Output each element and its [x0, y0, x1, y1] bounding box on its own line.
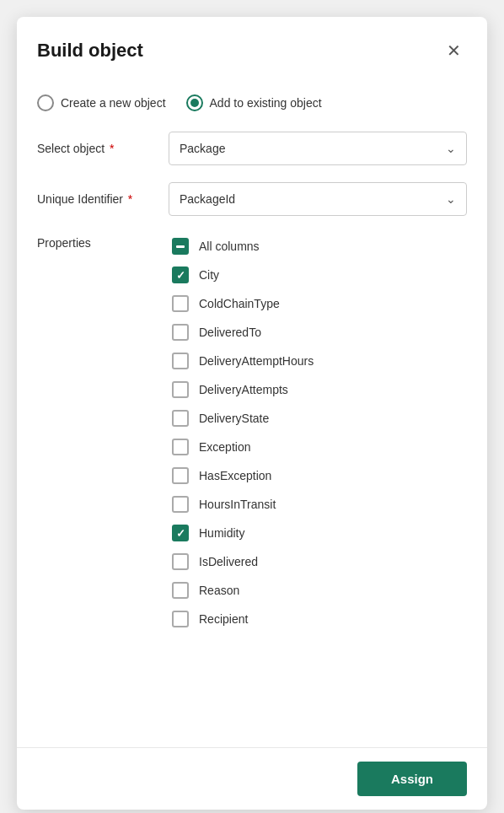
build-object-dialog: Build object ✕ Create a new object Add t… — [17, 17, 487, 810]
select-object-chevron-icon: ⌄ — [446, 142, 456, 155]
deliveryattempthours-checkbox[interactable] — [172, 353, 189, 369]
all-columns-item[interactable]: All columns — [169, 233, 467, 260]
hoursintransit-checkbox[interactable] — [172, 496, 189, 513]
list-item[interactable]: ColdChainType — [169, 290, 467, 317]
select-object-row: Select object * Package ⌄ — [37, 132, 467, 165]
exception-checkbox[interactable] — [172, 439, 189, 455]
list-item[interactable]: Humidity — [169, 520, 467, 546]
all-columns-checkbox[interactable] — [172, 238, 189, 255]
city-label: City — [199, 268, 219, 282]
select-object-required-star: * — [106, 142, 114, 155]
close-icon: ✕ — [447, 40, 461, 61]
humidity-label: Humidity — [199, 526, 244, 540]
deliveredto-checkbox[interactable] — [172, 324, 189, 341]
create-new-option[interactable]: Create a new object — [37, 94, 166, 111]
list-item[interactable]: Recipient — [169, 606, 467, 633]
recipient-label: Recipient — [199, 612, 248, 626]
recipient-checkbox[interactable] — [172, 611, 189, 627]
deliveryattempthours-label: DeliveryAttemptHours — [199, 354, 314, 368]
create-new-label: Create a new object — [61, 96, 166, 110]
isdelivered-label: IsDelivered — [199, 555, 258, 568]
dialog-body: Create a new object Add to existing obje… — [17, 78, 487, 747]
reason-label: Reason — [199, 584, 239, 597]
deliveredto-label: DeliveredTo — [199, 326, 261, 339]
coldchaintype-label: ColdChainType — [199, 297, 280, 310]
isdelivered-checkbox[interactable] — [172, 553, 189, 570]
list-item[interactable]: City — [169, 261, 467, 288]
select-object-dropdown[interactable]: Package ⌄ — [169, 132, 467, 165]
object-mode-radio-group: Create a new object Add to existing obje… — [37, 91, 467, 115]
properties-label: Properties — [37, 233, 155, 250]
select-object-label: Select object * — [37, 142, 155, 155]
list-item[interactable]: HoursInTransit — [169, 491, 467, 518]
unique-identifier-row: Unique Identifier * PackageId ⌄ — [37, 182, 467, 216]
city-checkbox[interactable] — [172, 267, 189, 283]
add-existing-option[interactable]: Add to existing object — [186, 94, 322, 111]
unique-identifier-required-star: * — [125, 192, 132, 206]
unique-identifier-dropdown[interactable]: PackageId ⌄ — [169, 182, 467, 216]
unique-identifier-label: Unique Identifier * — [37, 192, 155, 206]
assign-button[interactable]: Assign — [357, 762, 467, 796]
all-columns-label: All columns — [199, 240, 260, 253]
list-item[interactable]: HasException — [169, 462, 467, 489]
dialog-header: Build object ✕ — [17, 17, 487, 78]
list-item[interactable]: IsDelivered — [169, 548, 467, 575]
list-item[interactable]: DeliveryAttemptHours — [169, 347, 467, 374]
select-object-value: Package — [180, 142, 225, 155]
create-new-radio[interactable] — [37, 94, 54, 111]
list-item[interactable]: Exception — [169, 433, 467, 460]
dialog-footer: Assign — [17, 747, 487, 810]
hasexception-checkbox[interactable] — [172, 467, 189, 484]
list-item[interactable]: DeliveredTo — [169, 319, 467, 346]
reason-checkbox[interactable] — [172, 582, 189, 599]
add-existing-radio[interactable] — [186, 94, 203, 111]
properties-list: All columns City ColdChainType Delivered… — [169, 233, 467, 633]
list-item[interactable]: DeliveryAttempts — [169, 376, 467, 403]
list-item[interactable]: DeliveryState — [169, 405, 467, 432]
deliveryattempts-label: DeliveryAttempts — [199, 383, 288, 396]
unique-identifier-chevron-icon: ⌄ — [446, 192, 456, 206]
properties-section: Properties All columns City ColdChainTyp… — [37, 233, 467, 633]
add-existing-label: Add to existing object — [210, 96, 322, 110]
humidity-checkbox[interactable] — [172, 525, 189, 541]
hoursintransit-label: HoursInTransit — [199, 498, 276, 511]
deliveryattempts-checkbox[interactable] — [172, 381, 189, 398]
deliverystate-label: DeliveryState — [199, 412, 269, 425]
list-item[interactable]: Reason — [169, 577, 467, 604]
deliverystate-checkbox[interactable] — [172, 410, 189, 427]
coldchaintype-checkbox[interactable] — [172, 295, 189, 312]
dialog-title: Build object — [37, 40, 143, 62]
exception-label: Exception — [199, 440, 250, 454]
hasexception-label: HasException — [199, 469, 271, 482]
close-button[interactable]: ✕ — [440, 37, 467, 64]
unique-identifier-value: PackageId — [180, 192, 235, 206]
